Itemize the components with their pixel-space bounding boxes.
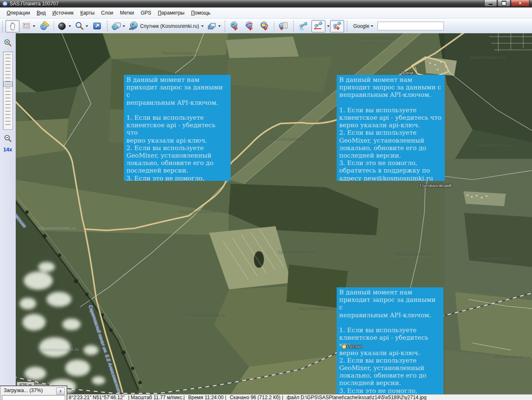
globe-download-icon: [230, 21, 240, 31]
map-canvas[interactable]: ©kosmosnimki.ru ©kosmosnimki.ru ©kosmosn…: [15, 33, 532, 394]
api-error-tile: В данный момент нам приходит запрос за д…: [337, 75, 445, 181]
toolbar-grip: [224, 21, 226, 32]
status-downloaded: Скачано 96 (712.2 Кб) |: [230, 395, 283, 400]
fullscreen-button[interactable]: [90, 20, 104, 32]
watermark: ©kosmosnimki.ru: [477, 141, 514, 146]
popup-close-button[interactable]: x: [56, 388, 65, 395]
place-label-ratnaya: Ратная: [342, 344, 362, 349]
globe-polygon-icon: [260, 21, 270, 31]
chevron-down-icon: [371, 25, 373, 27]
layers-icon: [207, 21, 217, 31]
menu-bar: Операции Вид Источник Карты Слои Метки G…: [0, 7, 532, 19]
satellite-signal-icon: [298, 21, 308, 31]
download-progress-window: Загрузка... (37%) x: [0, 386, 67, 400]
watermark: ©kosmosnimki.ru: [178, 210, 215, 215]
chevron-down-icon: [123, 25, 125, 27]
download-list-button[interactable]: [276, 20, 291, 32]
dark-globe-icon: [57, 21, 67, 31]
watermark: ©kosmosnimki.ru: [477, 254, 514, 259]
maximize-button[interactable]: [498, 0, 510, 7]
watermark: ©kosmosnimki.ru: [278, 250, 315, 255]
fullscreen-icon: [92, 21, 102, 31]
map-type-button[interactable]: [110, 20, 126, 32]
menu-view[interactable]: Вид: [33, 9, 49, 17]
chevron-down-icon: [218, 25, 221, 27]
menu-gps[interactable]: GPS: [137, 9, 154, 17]
slider-ticks: [5, 54, 10, 127]
menu-layers[interactable]: Слои: [98, 9, 116, 17]
magnifier-icon: [74, 21, 84, 31]
minimize-button[interactable]: [484, 0, 497, 7]
window-title: SAS.Планета 100707: [10, 1, 59, 7]
globe-list-icon: [278, 21, 288, 31]
satellite-imagery: [15, 33, 532, 394]
chevron-down-icon: [69, 25, 71, 27]
search-provider-button[interactable]: Google: [352, 20, 374, 32]
watermark: ©kosmosnimki.ru: [298, 306, 335, 311]
place-label-grachi: Грачи: [401, 70, 413, 75]
layers-button[interactable]: [206, 20, 222, 32]
gps-goto-button[interactable]: [330, 20, 344, 32]
chevron-down-icon: [201, 25, 204, 27]
measure-distance-button[interactable]: [37, 20, 52, 32]
watermark: ©kosmosnimki.ru: [188, 313, 225, 318]
close-icon: ×: [519, 1, 522, 6]
zoom-slider[interactable]: [3, 52, 13, 130]
gps-track-button[interactable]: [311, 20, 325, 32]
hand-icon: [7, 21, 17, 31]
zoom-tool-button[interactable]: [73, 20, 89, 32]
satellite-track-icon: [313, 21, 323, 31]
toolbar-separator: [274, 21, 274, 31]
zoom-in-button[interactable]: [2, 38, 13, 48]
place-label-golovanovskiy: Головановский: [420, 183, 451, 188]
watermark: ©kosmosnimki.ru: [268, 137, 305, 142]
search-input[interactable]: [377, 22, 444, 30]
zoom-level-label: 14x: [0, 146, 15, 153]
status-scale: | Масштаб 11.77 м/пикс.|: [128, 395, 185, 400]
full-map-button[interactable]: [56, 20, 72, 32]
app-icon: [2, 1, 8, 7]
svg-text:КС: КС: [129, 27, 134, 31]
watermark: ©kosmosnimki.ru: [39, 226, 76, 231]
current-map-button[interactable]: КС Спутник (Kosmosnimki.ru): [127, 20, 205, 32]
selection-icon: [22, 21, 32, 31]
watermark: ©kosmosnimki.ru: [42, 347, 79, 352]
current-map-label: Спутник (Kosmosnimki.ru): [140, 23, 199, 29]
status-coordinates: 8°2'23.21" N51°57'46.12": [69, 395, 125, 400]
menu-maps[interactable]: Карты: [77, 9, 98, 17]
zoom-slider-handle[interactable]: [3, 81, 12, 86]
application-window: SAS.Планета 100707 × Операции Вид Источн…: [0, 0, 532, 400]
watermark: ©kosmosnimki.ru: [357, 36, 394, 41]
download-polygon-button[interactable]: [258, 20, 272, 32]
minimize-icon: [489, 4, 493, 5]
kosmosnimki-globe-icon: КС: [128, 21, 138, 31]
menu-operations[interactable]: Операции: [3, 9, 33, 17]
gps-connect-button[interactable]: [296, 20, 310, 32]
toolbar-grip: [292, 21, 295, 32]
pan-tool-button[interactable]: [5, 20, 20, 32]
watermark: ©kosmosnimki.ru: [161, 51, 198, 56]
chevron-down-icon[interactable]: [327, 25, 330, 27]
menu-help[interactable]: Помощь: [188, 9, 214, 17]
satellite-arrow-icon: [332, 21, 342, 31]
download-selection-button[interactable]: [228, 20, 242, 32]
chevron-down-icon: [86, 25, 88, 27]
menu-parameters[interactable]: Параметры: [155, 9, 188, 17]
watermark: ©kosmosnimki.ru: [470, 54, 507, 59]
chevron-down-icon: [33, 25, 35, 27]
menu-source[interactable]: Источник: [49, 9, 77, 17]
watermark: ©kosmosnimki.ru: [394, 252, 431, 257]
download-route-button[interactable]: [243, 20, 257, 32]
api-error-tile: В данный момент нам приходит запрос за д…: [124, 75, 231, 181]
menu-marks[interactable]: Метки: [117, 9, 138, 17]
zoom-out-button[interactable]: [2, 134, 13, 144]
maximize-icon: [502, 1, 506, 5]
toolbar-grip: [1, 21, 4, 32]
zoom-panel: 14x: [0, 33, 16, 394]
selection-manager-button[interactable]: [20, 20, 37, 32]
globe-monitor-icon: [111, 21, 121, 31]
watermark: ©kosmosnimki.ru: [493, 355, 530, 360]
close-button[interactable]: ×: [511, 0, 530, 7]
placemark-icon: [342, 345, 346, 349]
zoom-out-icon: [3, 134, 12, 143]
